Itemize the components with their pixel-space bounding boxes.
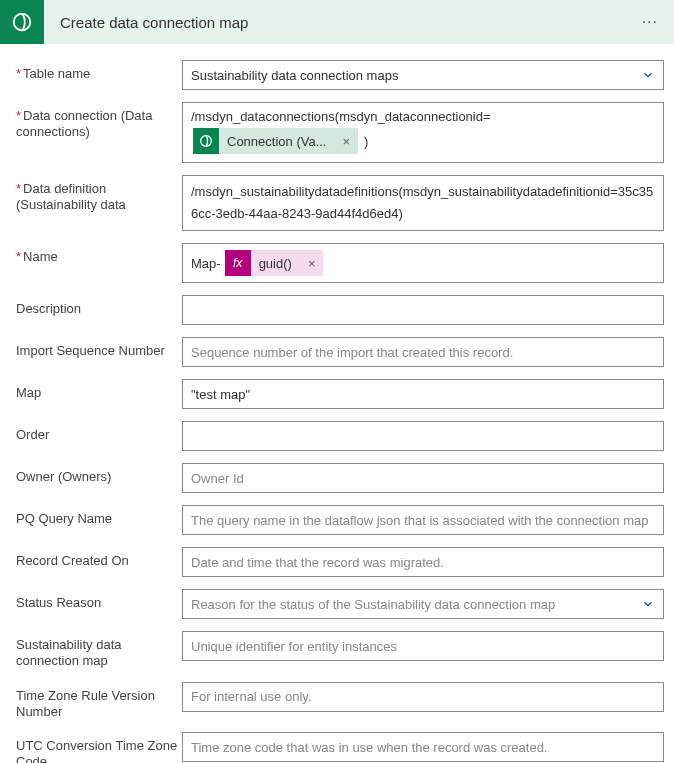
connection-chip-label: Connection (Va...	[219, 134, 334, 149]
import-seq-placeholder: Sequence number of the import that creat…	[191, 345, 513, 360]
tz-rule-input[interactable]: For internal use only.	[182, 682, 664, 712]
utc-code-input[interactable]: Time zone code that was in use when the …	[182, 732, 664, 762]
row-owner: Owner (Owners) Owner Id	[16, 463, 664, 493]
label-map: Map	[16, 379, 182, 401]
row-scm: Sustainability data connection map Uniqu…	[16, 631, 664, 670]
record-created-input[interactable]: Date and time that the record was migrat…	[182, 547, 664, 577]
fx-chip[interactable]: fx guid() ×	[225, 250, 324, 276]
label-description: Description	[16, 295, 182, 317]
map-value: "test map"	[191, 387, 250, 402]
fx-icon: fx	[225, 250, 251, 276]
row-map: Map "test map"	[16, 379, 664, 409]
pq-query-placeholder: The query name in the dataflow json that…	[191, 513, 648, 528]
row-tz-rule: Time Zone Rule Version Number For intern…	[16, 682, 664, 721]
chevron-down-icon	[641, 597, 655, 611]
data-definition-value: /msdyn_sustainabilitydatadefinitions(msd…	[191, 181, 655, 225]
fx-value: guid()	[251, 256, 300, 271]
scm-placeholder: Unique identifier for entity instances	[191, 639, 397, 654]
row-pq-query: PQ Query Name The query name in the data…	[16, 505, 664, 535]
import-seq-input[interactable]: Sequence number of the import that creat…	[182, 337, 664, 367]
label-import-seq: Import Sequence Number	[16, 337, 182, 359]
label-data-connection: Data connection (Data connections)	[16, 102, 182, 141]
row-record-created: Record Created On Date and time that the…	[16, 547, 664, 577]
label-table-name: Table name	[16, 60, 182, 82]
utc-code-placeholder: Time zone code that was in use when the …	[191, 740, 547, 755]
svg-point-0	[14, 14, 31, 31]
order-input[interactable]	[182, 421, 664, 451]
tz-rule-placeholder: For internal use only.	[191, 689, 311, 704]
row-name: Name Map- fx guid() ×	[16, 243, 664, 283]
row-order: Order	[16, 421, 664, 451]
more-options-button[interactable]: ···	[638, 13, 662, 31]
chevron-down-icon	[641, 68, 655, 82]
data-definition-input[interactable]: /msdyn_sustainabilitydatadefinitions(msd…	[182, 175, 664, 231]
record-created-placeholder: Date and time that the record was migrat…	[191, 555, 444, 570]
label-data-definition: Data definition (Sustainability data	[16, 175, 182, 214]
label-record-created: Record Created On	[16, 547, 182, 569]
row-import-seq: Import Sequence Number Sequence number o…	[16, 337, 664, 367]
data-connection-input[interactable]: /msdyn_dataconnections(msdyn_dataconnect…	[182, 102, 664, 163]
label-owner: Owner (Owners)	[16, 463, 182, 485]
scm-input[interactable]: Unique identifier for entity instances	[182, 631, 664, 661]
row-table-name: Table name Sustainability data connectio…	[16, 60, 664, 90]
label-scm: Sustainability data connection map	[16, 631, 182, 670]
map-input[interactable]: "test map"	[182, 379, 664, 409]
row-status-reason: Status Reason Reason for the status of t…	[16, 589, 664, 619]
connection-chip[interactable]: Connection (Va... ×	[193, 128, 358, 154]
data-connection-prefix: /msdyn_dataconnections(msdyn_dataconnect…	[191, 109, 491, 124]
fx-chip-remove[interactable]: ×	[300, 256, 324, 271]
name-prefix: Map-	[191, 256, 221, 271]
label-pq-query: PQ Query Name	[16, 505, 182, 527]
row-utc-code: UTC Conversion Time Zone Code Time zone …	[16, 732, 664, 763]
label-tz-rule: Time Zone Rule Version Number	[16, 682, 182, 721]
name-input[interactable]: Map- fx guid() ×	[182, 243, 664, 283]
connection-chip-remove[interactable]: ×	[334, 134, 358, 149]
label-name: Name	[16, 243, 182, 265]
dialog-header: Create data connection map ···	[0, 0, 674, 44]
form-body: Table name Sustainability data connectio…	[0, 44, 674, 763]
app-icon	[0, 0, 44, 44]
row-data-connection: Data connection (Data connections) /msdy…	[16, 102, 664, 163]
table-name-value: Sustainability data connection maps	[191, 68, 398, 83]
label-utc-code: UTC Conversion Time Zone Code	[16, 732, 182, 763]
connection-icon	[193, 128, 219, 154]
owner-placeholder: Owner Id	[191, 471, 244, 486]
dialog-title: Create data connection map	[44, 14, 638, 31]
owner-input[interactable]: Owner Id	[182, 463, 664, 493]
status-reason-placeholder: Reason for the status of the Sustainabil…	[191, 597, 555, 612]
table-name-select[interactable]: Sustainability data connection maps	[182, 60, 664, 90]
label-status-reason: Status Reason	[16, 589, 182, 611]
status-reason-select[interactable]: Reason for the status of the Sustainabil…	[182, 589, 664, 619]
row-data-definition: Data definition (Sustainability data /ms…	[16, 175, 664, 231]
pq-query-input[interactable]: The query name in the dataflow json that…	[182, 505, 664, 535]
row-description: Description	[16, 295, 664, 325]
description-input[interactable]	[182, 295, 664, 325]
label-order: Order	[16, 421, 182, 443]
svg-point-1	[201, 136, 212, 147]
data-connection-suffix: )	[364, 134, 368, 149]
